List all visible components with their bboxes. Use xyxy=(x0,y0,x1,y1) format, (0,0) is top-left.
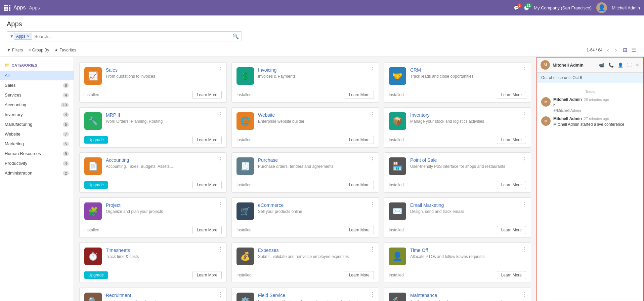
sidebar-item-productivity[interactable]: Productivity4 xyxy=(0,158,74,168)
learn-more-button[interactable]: Learn More xyxy=(192,136,222,144)
card-more-button[interactable]: ⋮ xyxy=(522,111,527,117)
app-desc: Sell your products online xyxy=(258,209,374,215)
learn-more-button[interactable]: Learn More xyxy=(192,91,222,99)
chat-msg-text: hi xyxy=(553,103,639,108)
sidebar-item-all[interactable]: All xyxy=(0,71,74,80)
upgrade-button[interactable]: Upgrade xyxy=(84,271,108,279)
messages-icon-wrap[interactable]: 💬 5 xyxy=(514,5,519,10)
learn-more-button[interactable]: Learn More xyxy=(345,181,374,189)
card-more-button[interactable]: ⋮ xyxy=(370,291,375,298)
chat-header-name: Mitchell Admin xyxy=(553,63,596,68)
search-submit-button[interactable]: 🔍 xyxy=(232,33,239,39)
app-status: Installed xyxy=(84,228,99,232)
sidebar-item-human-resources[interactable]: Human Resources9 xyxy=(0,149,74,158)
next-page-button[interactable]: › xyxy=(614,46,618,54)
app-icon: 🧩 xyxy=(84,202,102,220)
group-by-button[interactable]: ≡ Group By xyxy=(29,48,49,52)
app-card-header: 🛒 eCommerce Sell your products online xyxy=(237,202,374,220)
card-more-button[interactable]: ⋮ xyxy=(370,246,375,253)
chat-person-button[interactable]: 👤 xyxy=(617,62,624,68)
card-more-button[interactable]: ⋮ xyxy=(370,111,375,117)
app-icon: ✉️ xyxy=(389,202,406,220)
sidebar-item-sales[interactable]: Sales8 xyxy=(0,80,74,90)
chat-video-button[interactable]: 📹 xyxy=(598,62,605,68)
app-desc: Purchase orders, tenders and agreements xyxy=(258,164,374,170)
card-more-button[interactable]: ⋮ xyxy=(218,291,223,298)
learn-more-button[interactable]: Learn More xyxy=(497,91,526,99)
app-status: Installed xyxy=(237,138,252,142)
app-card-ecommerce: ⋮ 🛒 eCommerce Sell your products online … xyxy=(231,197,379,238)
learn-more-button[interactable]: Learn More xyxy=(192,226,222,234)
learn-more-button[interactable]: Learn More xyxy=(345,136,374,144)
sidebar-item-services[interactable]: Services4 xyxy=(0,90,74,100)
card-more-button[interactable]: ⋮ xyxy=(522,246,527,253)
card-more-button[interactable]: ⋮ xyxy=(522,156,527,162)
app-desc: From quotations to invoices xyxy=(106,74,222,79)
card-more-button[interactable]: ⋮ xyxy=(218,246,223,253)
favorites-button[interactable]: ★ Favorites xyxy=(54,48,76,52)
learn-more-button[interactable]: Learn More xyxy=(497,226,526,234)
learn-more-button[interactable]: Learn More xyxy=(497,181,526,189)
sidebar-item-inventory[interactable]: Inventory4 xyxy=(0,110,74,119)
sidebar-item-manufacturing[interactable]: Manufacturing5 xyxy=(0,119,74,129)
chat-phone-button[interactable]: 📞 xyxy=(608,62,614,68)
list-view-button[interactable]: ☰ xyxy=(630,46,637,54)
app-icon: 🤝 xyxy=(389,67,406,85)
chat-msg-time: 27 minutes ago xyxy=(584,117,609,121)
card-more-button[interactable]: ⋮ xyxy=(522,66,527,72)
app-desc: Submit, validate and reinvoice employee … xyxy=(258,254,374,260)
apps-menu-icon[interactable] xyxy=(4,5,10,11)
learn-more-button[interactable]: Learn More xyxy=(345,91,374,99)
user-name[interactable]: Mitchell Admin xyxy=(612,5,640,10)
learn-more-button[interactable]: Learn More xyxy=(192,181,222,189)
card-more-button[interactable]: ⋮ xyxy=(370,156,375,162)
card-more-button[interactable]: ⋮ xyxy=(218,111,223,117)
app-status: Installed xyxy=(237,273,252,277)
upgrade-button[interactable]: Upgrade xyxy=(84,181,108,189)
card-more-button[interactable]: ⋮ xyxy=(218,201,223,208)
chat-close-button[interactable]: ✕ xyxy=(635,62,640,68)
card-more-button[interactable]: ⋮ xyxy=(370,201,375,208)
sidebar-item-administration[interactable]: Administration2 xyxy=(0,168,74,178)
app-icon: 🧾 xyxy=(237,157,254,175)
app-icon: 🌐 xyxy=(237,112,254,130)
page-title: Apps xyxy=(7,20,637,28)
nav-left: Apps Apps xyxy=(4,5,40,11)
chat-msg-header: Mitchell Admin 28 minutes ago xyxy=(553,97,639,102)
card-more-button[interactable]: ⋮ xyxy=(522,291,527,298)
app-icon: 💰 xyxy=(237,248,254,265)
learn-more-button[interactable]: Learn More xyxy=(192,271,222,279)
user-avatar[interactable]: 👤 xyxy=(596,2,607,13)
app-card-header: ⚙️ Field Service Schedule and track onsi… xyxy=(237,293,374,301)
app-card-field-service: ⋮ ⚙️ Field Service Schedule and track on… xyxy=(231,288,379,301)
sidebar-item-website[interactable]: Website7 xyxy=(0,129,74,139)
app-card-header: 💰 Expenses Submit, validate and reinvoic… xyxy=(237,248,374,265)
app-icon: ⚙️ xyxy=(237,293,254,301)
sidebar-item-marketing[interactable]: Marketing5 xyxy=(0,139,74,149)
clock-icon-wrap[interactable]: 🕐 21 xyxy=(524,5,529,10)
search-input[interactable] xyxy=(32,34,232,39)
learn-more-button[interactable]: Learn More xyxy=(497,136,526,144)
upgrade-button[interactable]: Upgrade xyxy=(84,136,108,144)
grid-view-button[interactable]: ⊞ xyxy=(621,46,629,54)
app-card-header: 🔍 Recruitment Track your recruitment pip… xyxy=(84,293,222,301)
chat-expand-button[interactable]: ⛶ xyxy=(627,62,632,68)
filters-button[interactable]: ▼ Filters xyxy=(7,48,23,52)
learn-more-button[interactable]: Learn More xyxy=(497,271,526,279)
card-more-button[interactable]: ⋮ xyxy=(370,66,375,72)
card-more-button[interactable]: ⋮ xyxy=(522,201,527,208)
app-card-crm: ⋮ 🤝 CRM Track leads and close opportunit… xyxy=(384,62,531,103)
app-icon: 🔨 xyxy=(389,293,406,301)
app-card-inventory: ⋮ 📦 Inventory Manage your stock and logi… xyxy=(384,107,531,148)
learn-more-button[interactable]: Learn More xyxy=(345,271,374,279)
remove-filter-icon[interactable]: ✕ xyxy=(27,34,30,39)
learn-more-button[interactable]: Learn More xyxy=(345,226,374,234)
card-more-button[interactable]: ⋮ xyxy=(218,66,223,72)
card-more-button[interactable]: ⋮ xyxy=(218,156,223,162)
prev-page-button[interactable]: ‹ xyxy=(606,46,610,54)
app-desc: Track leads and close opportunities xyxy=(410,74,526,79)
filter-tag[interactable]: Apps ✕ xyxy=(14,33,32,40)
app-card-time-off: ⋮ 👤 Time Off Allocate PTOs and follow le… xyxy=(384,242,531,283)
sidebar-item-accounting[interactable]: Accounting13 xyxy=(0,100,74,110)
company-name[interactable]: My Company (San Francisco) xyxy=(534,5,592,10)
